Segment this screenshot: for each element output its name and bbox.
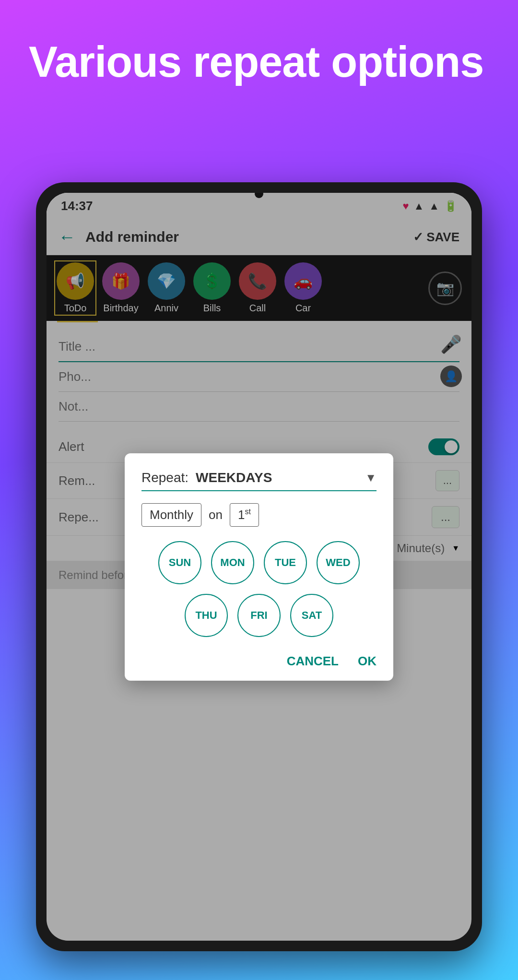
phone-screen: 14:37 ♥ ▲ ▲ 🔋 ← Add reminder ✓ SAVE 📢 To…: [47, 193, 471, 941]
day-thu[interactable]: THU: [185, 594, 228, 637]
dialog-repeat-value: WEEKDAYS: [196, 470, 358, 485]
monthly-row: Monthly on 1st: [141, 503, 377, 527]
dialog-repeat-label: Repeat:: [141, 470, 188, 485]
dialog-repeat-row: Repeat: WEEKDAYS ▼: [141, 470, 377, 485]
ok-button[interactable]: OK: [358, 654, 377, 669]
repeat-dialog: Repeat: WEEKDAYS ▼ Monthly on 1st SUN MO…: [125, 453, 393, 681]
day-mon[interactable]: MON: [211, 541, 254, 584]
days-row-1: SUN MON TUE WED: [141, 541, 377, 584]
dialog-divider: [141, 490, 377, 491]
dialog-overlay: Repeat: WEEKDAYS ▼ Monthly on 1st SUN MO…: [47, 193, 471, 941]
day-tue[interactable]: TUE: [264, 541, 307, 584]
day-sun[interactable]: SUN: [158, 541, 201, 584]
on-label: on: [209, 508, 223, 522]
hero-title: Various repeat options: [29, 38, 489, 86]
day-value[interactable]: 1st: [230, 503, 259, 527]
cancel-button[interactable]: CANCEL: [287, 654, 339, 669]
dialog-dropdown-arrow-icon[interactable]: ▼: [365, 471, 377, 484]
day-wed[interactable]: WED: [317, 541, 360, 584]
dialog-buttons: CANCEL OK: [141, 654, 377, 669]
day-fri[interactable]: FRI: [237, 594, 281, 637]
phone-frame: 14:37 ♥ ▲ ▲ 🔋 ← Add reminder ✓ SAVE 📢 To…: [36, 182, 482, 951]
days-row-2: THU FRI SAT: [141, 594, 377, 637]
monthly-label[interactable]: Monthly: [141, 503, 201, 527]
day-sat[interactable]: SAT: [290, 594, 333, 637]
